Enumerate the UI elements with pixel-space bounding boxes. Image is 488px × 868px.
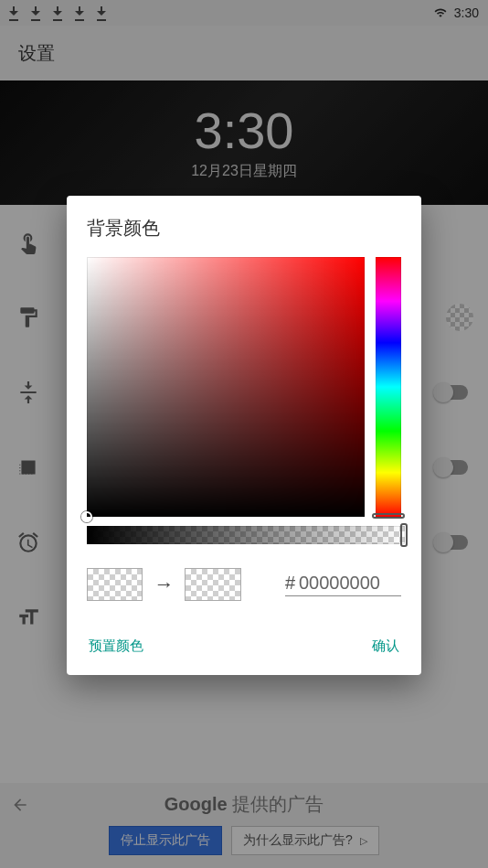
preset-colors-button[interactable]: 预置颜色	[87, 632, 145, 660]
hue-cursor[interactable]	[372, 513, 405, 519]
modal-scrim[interactable]: 背景颜色 → # 预置颜色 确认	[0, 0, 488, 868]
arrow-right-icon: →	[154, 573, 174, 596]
confirm-button[interactable]: 确认	[370, 632, 401, 660]
saturation-value-panel[interactable]	[87, 257, 365, 517]
hex-field[interactable]: #	[285, 573, 401, 596]
hue-slider[interactable]	[376, 257, 401, 517]
color-compare-row: → #	[87, 568, 401, 601]
old-color-swatch	[87, 568, 143, 601]
hex-hash: #	[285, 573, 295, 594]
alpha-cursor[interactable]	[400, 523, 408, 547]
new-color-swatch	[185, 568, 240, 601]
hex-input[interactable]	[299, 573, 401, 594]
dialog-title: 背景颜色	[87, 216, 401, 241]
color-picker-dialog: 背景颜色 → # 预置颜色 确认	[67, 196, 421, 675]
alpha-slider[interactable]	[87, 526, 405, 544]
sv-cursor[interactable]	[81, 511, 92, 522]
